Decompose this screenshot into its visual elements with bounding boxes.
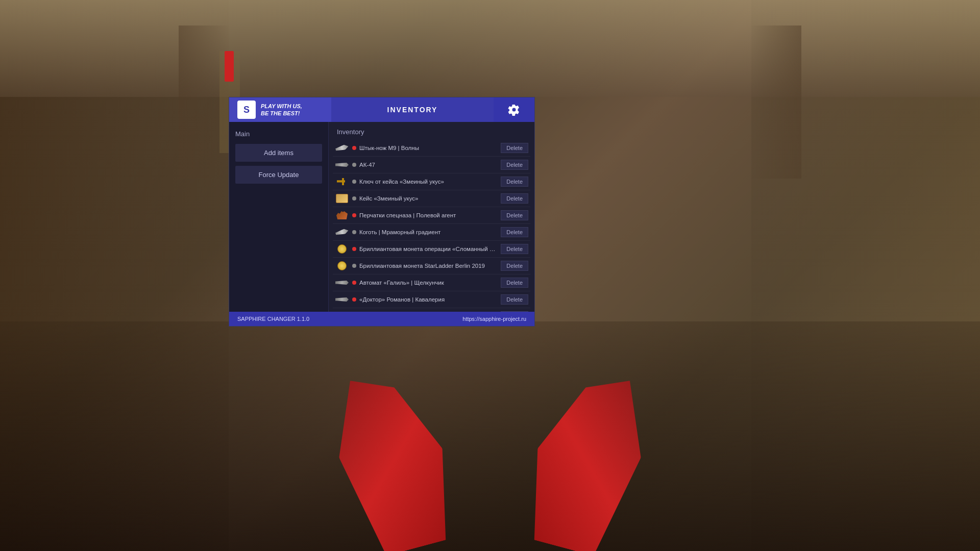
item-icon	[335, 176, 349, 187]
force-update-button[interactable]: Force Update	[235, 166, 322, 184]
item-name: Коготь | Мраморный градиент	[359, 229, 498, 235]
status-dot	[352, 230, 356, 234]
item-name: Бриллиантовая монета операции «Сломанный…	[359, 246, 498, 252]
inventory-item: «Доктор» Романов | КавалерияDelete	[333, 291, 530, 308]
bg-sign	[225, 51, 234, 82]
delete-button[interactable]: Delete	[501, 261, 528, 271]
logo-icon: S	[237, 101, 256, 119]
title-bar: S PLAY WITH US, BE THE BEST! INVENTORY	[229, 97, 534, 122]
item-name: «Доктор» Романов | Кавалерия	[359, 296, 498, 303]
status-dot	[352, 264, 356, 268]
sidebar-title: Main	[235, 130, 322, 138]
bg-arch-right	[750, 26, 801, 179]
logo-area: S PLAY WITH US, BE THE BEST!	[229, 97, 331, 122]
status-dot	[352, 146, 356, 150]
status-dot	[352, 247, 356, 251]
delete-button[interactable]: Delete	[501, 143, 528, 153]
logo-text: PLAY WITH US, BE THE BEST!	[261, 103, 302, 117]
status-dot	[352, 213, 356, 217]
inventory-item: АК-47Delete	[333, 157, 530, 173]
inventory-item: Бриллиантовая монета StarLadder Berlin 2…	[333, 258, 530, 274]
gun-left	[321, 362, 465, 551]
content-area: Main Add items Force Update Inventory Шт…	[229, 122, 534, 312]
footer-version: SAPPHIRE CHANGER 1.1.0	[237, 316, 309, 322]
gear-icon	[508, 104, 520, 116]
delete-button[interactable]: Delete	[501, 160, 528, 170]
item-name: Бриллиантовая монета StarLadder Berlin 2…	[359, 263, 498, 269]
status-dot	[352, 281, 356, 285]
sidebar: Main Add items Force Update	[229, 122, 329, 312]
item-name: Перчатки спецназа | Полевой агент	[359, 212, 498, 218]
bg-top-panel	[0, 0, 980, 97]
inventory-item: Штык-нож М9 | ВолныDelete	[333, 140, 530, 157]
item-name: Ключ от кейса «Змеиный укус»	[359, 179, 498, 185]
footer: SAPPHIRE CHANGER 1.1.0 https://sapphire-…	[229, 312, 534, 326]
inventory-item: Кейс «Змеиный укус»Delete	[333, 190, 530, 207]
delete-button[interactable]: Delete	[501, 278, 528, 288]
inventory-item: Ключ от кейса «Змеиный укус»Delete	[333, 173, 530, 190]
inventory-panel: Inventory Штык-нож М9 | ВолныDeleteАК-47…	[329, 122, 534, 312]
inventory-list[interactable]: Штык-нож М9 | ВолныDeleteАК-47DeleteКлюч…	[329, 140, 534, 312]
inventory-item: Автомат «Галиль» | ЩелкунчикDelete	[333, 274, 530, 291]
status-dot	[352, 297, 356, 302]
logo-symbol: S	[243, 105, 250, 115]
gun-right	[514, 362, 659, 551]
gun-hands	[311, 347, 669, 551]
logo-line1: PLAY WITH US,	[261, 103, 302, 110]
item-icon	[335, 227, 349, 238]
delete-button[interactable]: Delete	[501, 294, 528, 305]
logo-line2: BE THE BEST!	[261, 110, 302, 117]
item-icon	[335, 260, 349, 271]
item-icon	[335, 277, 349, 288]
delete-button[interactable]: Delete	[501, 210, 528, 220]
item-icon	[335, 159, 349, 170]
footer-url: https://sapphire-project.ru	[462, 316, 526, 322]
status-dot	[352, 196, 356, 201]
item-icon	[335, 142, 349, 154]
inventory-item: Коготь | Мраморный градиентDelete	[333, 224, 530, 241]
delete-button[interactable]: Delete	[501, 177, 528, 187]
inventory-item: Бриллиантовая монета операции «Сломанный…	[333, 241, 530, 258]
delete-button[interactable]: Delete	[501, 244, 528, 254]
delete-button[interactable]: Delete	[501, 227, 528, 237]
item-name: АК-47	[359, 162, 498, 168]
item-icon	[335, 294, 349, 305]
inventory-item: Перчатки спецназа | Полевой агентDelete	[333, 207, 530, 224]
inventory-title: Inventory	[329, 122, 534, 140]
item-name: Кейс «Змеиный укус»	[359, 195, 498, 202]
status-dot	[352, 163, 356, 167]
app-window: S PLAY WITH US, BE THE BEST! INVENTORY M…	[229, 97, 535, 327]
item-name: Автомат «Галиль» | Щелкунчик	[359, 280, 498, 286]
inventory-item: USP-S | Подтверждённое убийствоDelete	[333, 308, 530, 312]
settings-button[interactable]	[494, 97, 534, 122]
item-icon	[335, 243, 349, 255]
item-name: Штык-нож М9 | Волны	[359, 145, 498, 151]
status-dot	[352, 180, 356, 184]
add-items-button[interactable]: Add items	[235, 144, 322, 162]
item-icon	[335, 193, 349, 204]
active-tab-label: INVENTORY	[331, 106, 494, 114]
delete-button[interactable]: Delete	[501, 193, 528, 204]
item-icon	[335, 210, 349, 221]
